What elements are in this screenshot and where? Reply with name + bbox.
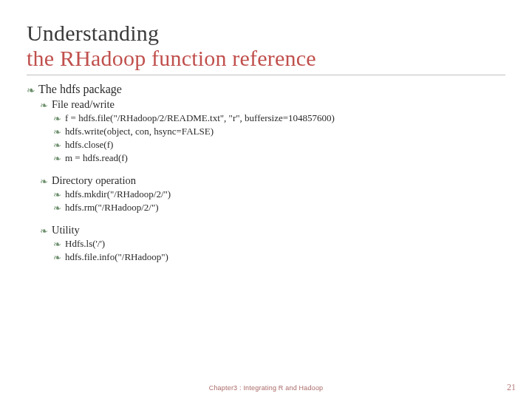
list-item-text: Hdfs.ls('/') xyxy=(65,238,505,250)
list-item-text: hdfs.rm("/RHadoop/2/") xyxy=(65,202,505,214)
list-item: ❧ hdfs.mkdir("/RHadoop/2/") xyxy=(53,188,505,200)
slide: Understanding the RHadoop function refer… xyxy=(0,0,532,399)
list-item-text: hdfs.write(object, con, hsync=FALSE) xyxy=(65,126,505,137)
bullet-icon: ❧ xyxy=(53,127,65,137)
title-line-2: the RHadoop function reference xyxy=(27,46,316,70)
content-body: ❧ The hdfs package ❧ File read/write ❧ f… xyxy=(27,83,505,263)
bullet-icon: ❧ xyxy=(53,140,65,150)
bullet-icon: ❧ xyxy=(40,177,52,186)
group-heading-text: Utility xyxy=(52,224,505,236)
list-item: ❧ hdfs.close(f) xyxy=(53,139,505,151)
group-heading: ❧ Utility xyxy=(40,224,505,236)
footer-text: Chapter3 : Integrating R and Hadoop xyxy=(209,384,324,392)
bullet-icon: ❧ xyxy=(53,253,65,262)
bullet-icon: ❧ xyxy=(53,154,65,163)
list-item: ❧ hdfs.write(object, con, hsync=FALSE) xyxy=(53,126,505,137)
bullet-icon: ❧ xyxy=(53,239,65,249)
group-heading-text: Directory operation xyxy=(52,174,505,187)
section-heading-text: The hdfs package xyxy=(38,83,505,96)
group-heading-text: File read/write xyxy=(52,98,505,111)
bullet-icon: ❧ xyxy=(40,100,52,110)
group-heading: ❧ Directory operation xyxy=(40,174,505,187)
bullet-icon: ❧ xyxy=(53,190,65,200)
title-line-1: Understanding xyxy=(27,21,159,45)
bullet-icon: ❧ xyxy=(40,226,52,236)
bullet-icon: ❧ xyxy=(53,203,65,213)
section-heading: ❧ The hdfs package xyxy=(27,83,505,96)
list-item: ❧ hdfs.rm("/RHadoop/2/") xyxy=(53,202,505,214)
list-item: ❧ f = hdfs.file("/RHadoop/2/README.txt",… xyxy=(53,112,505,124)
list-item-text: m = hdfs.read(f) xyxy=(65,152,505,164)
slide-title: Understanding the RHadoop function refer… xyxy=(27,21,505,70)
footer: Chapter3 : Integrating R and Hadoop xyxy=(0,384,532,392)
bullet-icon: ❧ xyxy=(27,86,38,96)
group-heading: ❧ File read/write xyxy=(40,98,505,111)
list-item-text: hdfs.close(f) xyxy=(65,139,505,151)
list-item-text: hdfs.file.info("/RHadoop") xyxy=(65,251,505,263)
list-item-text: hdfs.mkdir("/RHadoop/2/") xyxy=(65,188,505,200)
page-number: 21 xyxy=(507,382,516,393)
title-rule xyxy=(27,75,505,75)
list-item: ❧ Hdfs.ls('/') xyxy=(53,238,505,250)
bullet-icon: ❧ xyxy=(53,114,65,123)
list-item: ❧ hdfs.file.info("/RHadoop") xyxy=(53,251,505,263)
list-item: ❧ m = hdfs.read(f) xyxy=(53,152,505,164)
list-item-text: f = hdfs.file("/RHadoop/2/README.txt", "… xyxy=(65,112,505,124)
